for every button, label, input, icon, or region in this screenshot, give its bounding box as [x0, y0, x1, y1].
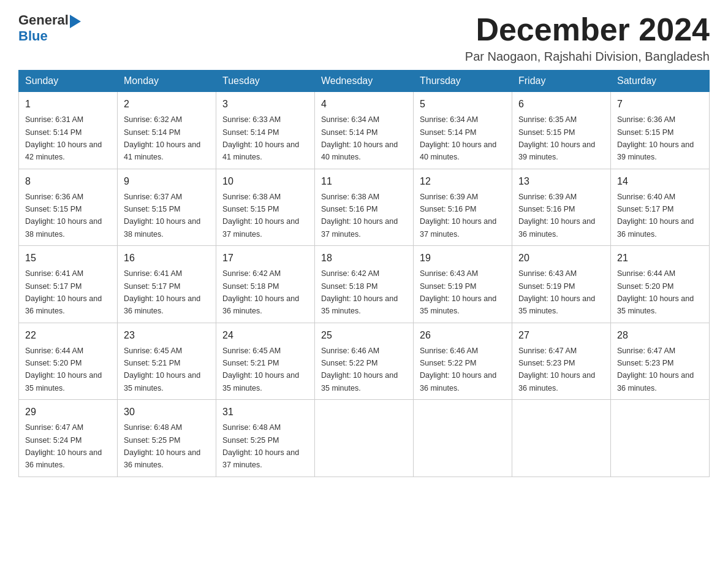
calendar-cell: 14Sunrise: 6:40 AMSunset: 5:17 PMDayligh… [611, 169, 710, 246]
calendar-cell: 4Sunrise: 6:34 AMSunset: 5:14 PMDaylight… [315, 92, 414, 169]
day-number: 6 [518, 97, 604, 112]
calendar-cell: 2Sunrise: 6:32 AMSunset: 5:14 PMDaylight… [118, 92, 216, 169]
day-info: Sunrise: 6:45 AMSunset: 5:21 PMDaylight:… [124, 347, 200, 393]
day-info: Sunrise: 6:38 AMSunset: 5:16 PMDaylight:… [321, 193, 398, 239]
day-number: 28 [617, 328, 703, 343]
day-number: 18 [321, 251, 407, 266]
day-number: 21 [617, 251, 703, 266]
day-info: Sunrise: 6:44 AMSunset: 5:20 PMDaylight:… [617, 269, 694, 315]
calendar-header-friday: Friday [512, 71, 611, 92]
calendar-week-row: 22Sunrise: 6:44 AMSunset: 5:20 PMDayligh… [19, 323, 710, 400]
day-info: Sunrise: 6:33 AMSunset: 5:14 PMDaylight:… [222, 115, 299, 161]
day-number: 14 [617, 174, 703, 189]
day-number: 17 [222, 251, 308, 266]
calendar-cell: 23Sunrise: 6:45 AMSunset: 5:21 PMDayligh… [118, 323, 216, 400]
day-number: 9 [124, 174, 210, 189]
day-info: Sunrise: 6:37 AMSunset: 5:15 PMDaylight:… [124, 193, 200, 239]
day-info: Sunrise: 6:44 AMSunset: 5:20 PMDaylight:… [25, 347, 102, 393]
calendar-cell: 9Sunrise: 6:37 AMSunset: 5:15 PMDaylight… [118, 169, 216, 246]
day-info: Sunrise: 6:47 AMSunset: 5:24 PMDaylight:… [25, 423, 102, 469]
day-info: Sunrise: 6:48 AMSunset: 5:25 PMDaylight:… [222, 423, 299, 469]
day-number: 31 [222, 405, 308, 419]
day-number: 26 [420, 328, 506, 343]
day-info: Sunrise: 6:43 AMSunset: 5:19 PMDaylight:… [420, 269, 496, 315]
calendar-header-sunday: Sunday [19, 71, 118, 92]
calendar-cell: 20Sunrise: 6:43 AMSunset: 5:19 PMDayligh… [512, 246, 611, 323]
calendar-cell [315, 400, 414, 477]
day-info: Sunrise: 6:48 AMSunset: 5:25 PMDaylight:… [124, 423, 200, 469]
calendar-cell [512, 400, 611, 477]
page-header: General Blue December 2024 Par Naogaon, … [18, 12, 710, 64]
calendar-week-row: 15Sunrise: 6:41 AMSunset: 5:17 PMDayligh… [19, 246, 710, 323]
calendar-week-row: 1Sunrise: 6:31 AMSunset: 5:14 PMDaylight… [19, 92, 710, 169]
day-number: 7 [617, 97, 703, 112]
calendar-header-wednesday: Wednesday [315, 71, 414, 92]
day-number: 11 [321, 174, 407, 189]
calendar-header-saturday: Saturday [611, 71, 710, 92]
day-number: 20 [518, 251, 604, 266]
day-info: Sunrise: 6:47 AMSunset: 5:23 PMDaylight:… [617, 347, 694, 393]
day-number: 4 [321, 97, 407, 112]
calendar-cell: 10Sunrise: 6:38 AMSunset: 5:15 PMDayligh… [216, 169, 315, 246]
logo-blue-text: Blue [18, 28, 48, 44]
day-number: 25 [321, 328, 407, 343]
day-number: 5 [420, 97, 506, 112]
logo: General Blue [18, 12, 81, 44]
day-info: Sunrise: 6:32 AMSunset: 5:14 PMDaylight:… [124, 115, 200, 161]
day-info: Sunrise: 6:36 AMSunset: 5:15 PMDaylight:… [617, 115, 694, 161]
day-info: Sunrise: 6:36 AMSunset: 5:15 PMDaylight:… [25, 193, 102, 239]
calendar-header-monday: Monday [118, 71, 216, 92]
calendar-cell: 24Sunrise: 6:45 AMSunset: 5:21 PMDayligh… [216, 323, 315, 400]
calendar-cell: 19Sunrise: 6:43 AMSunset: 5:19 PMDayligh… [414, 246, 512, 323]
calendar-cell: 5Sunrise: 6:34 AMSunset: 5:14 PMDaylight… [414, 92, 512, 169]
calendar-cell: 6Sunrise: 6:35 AMSunset: 5:15 PMDaylight… [512, 92, 611, 169]
day-number: 19 [420, 251, 506, 266]
calendar-header-tuesday: Tuesday [216, 71, 315, 92]
day-number: 8 [25, 174, 111, 189]
calendar-cell: 16Sunrise: 6:41 AMSunset: 5:17 PMDayligh… [118, 246, 216, 323]
day-info: Sunrise: 6:40 AMSunset: 5:17 PMDaylight:… [617, 193, 694, 239]
day-info: Sunrise: 6:46 AMSunset: 5:22 PMDaylight:… [321, 347, 398, 393]
day-info: Sunrise: 6:34 AMSunset: 5:14 PMDaylight:… [420, 115, 496, 161]
calendar-cell: 15Sunrise: 6:41 AMSunset: 5:17 PMDayligh… [19, 246, 118, 323]
day-number: 16 [124, 251, 210, 266]
day-info: Sunrise: 6:39 AMSunset: 5:16 PMDaylight:… [518, 193, 595, 239]
day-info: Sunrise: 6:41 AMSunset: 5:17 PMDaylight:… [25, 269, 102, 315]
calendar-cell: 13Sunrise: 6:39 AMSunset: 5:16 PMDayligh… [512, 169, 611, 246]
calendar-header-row: SundayMondayTuesdayWednesdayThursdayFrid… [19, 71, 710, 92]
calendar-cell: 28Sunrise: 6:47 AMSunset: 5:23 PMDayligh… [611, 323, 710, 400]
calendar-cell: 25Sunrise: 6:46 AMSunset: 5:22 PMDayligh… [315, 323, 414, 400]
day-info: Sunrise: 6:42 AMSunset: 5:18 PMDaylight:… [321, 269, 398, 315]
calendar-cell: 17Sunrise: 6:42 AMSunset: 5:18 PMDayligh… [216, 246, 315, 323]
calendar-cell: 30Sunrise: 6:48 AMSunset: 5:25 PMDayligh… [118, 400, 216, 477]
day-info: Sunrise: 6:34 AMSunset: 5:14 PMDaylight:… [321, 115, 398, 161]
day-info: Sunrise: 6:46 AMSunset: 5:22 PMDaylight:… [420, 347, 496, 393]
calendar-week-row: 8Sunrise: 6:36 AMSunset: 5:15 PMDaylight… [19, 169, 710, 246]
day-number: 10 [222, 174, 308, 189]
day-number: 13 [518, 174, 604, 189]
day-number: 23 [124, 328, 210, 343]
calendar-cell: 12Sunrise: 6:39 AMSunset: 5:16 PMDayligh… [414, 169, 512, 246]
calendar-header-thursday: Thursday [414, 71, 512, 92]
day-info: Sunrise: 6:41 AMSunset: 5:17 PMDaylight:… [124, 269, 200, 315]
calendar-cell: 7Sunrise: 6:36 AMSunset: 5:15 PMDaylight… [611, 92, 710, 169]
logo-general-text: General [18, 12, 69, 28]
calendar-cell: 8Sunrise: 6:36 AMSunset: 5:15 PMDaylight… [19, 169, 118, 246]
day-info: Sunrise: 6:39 AMSunset: 5:16 PMDaylight:… [420, 193, 496, 239]
location-text: Par Naogaon, Rajshahi Division, Banglade… [465, 50, 710, 64]
day-number: 15 [25, 251, 111, 266]
day-info: Sunrise: 6:47 AMSunset: 5:23 PMDaylight:… [518, 347, 595, 393]
calendar-cell: 11Sunrise: 6:38 AMSunset: 5:16 PMDayligh… [315, 169, 414, 246]
day-number: 3 [222, 97, 308, 112]
day-info: Sunrise: 6:35 AMSunset: 5:15 PMDaylight:… [518, 115, 595, 161]
calendar-cell: 22Sunrise: 6:44 AMSunset: 5:20 PMDayligh… [19, 323, 118, 400]
day-info: Sunrise: 6:38 AMSunset: 5:15 PMDaylight:… [222, 193, 299, 239]
calendar-cell: 31Sunrise: 6:48 AMSunset: 5:25 PMDayligh… [216, 400, 315, 477]
day-number: 1 [25, 97, 111, 112]
day-number: 2 [124, 97, 210, 112]
month-title: December 2024 [465, 12, 710, 47]
logo-arrow-icon [70, 15, 81, 28]
day-info: Sunrise: 6:43 AMSunset: 5:19 PMDaylight:… [518, 269, 595, 315]
calendar-cell: 3Sunrise: 6:33 AMSunset: 5:14 PMDaylight… [216, 92, 315, 169]
calendar-cell: 21Sunrise: 6:44 AMSunset: 5:20 PMDayligh… [611, 246, 710, 323]
